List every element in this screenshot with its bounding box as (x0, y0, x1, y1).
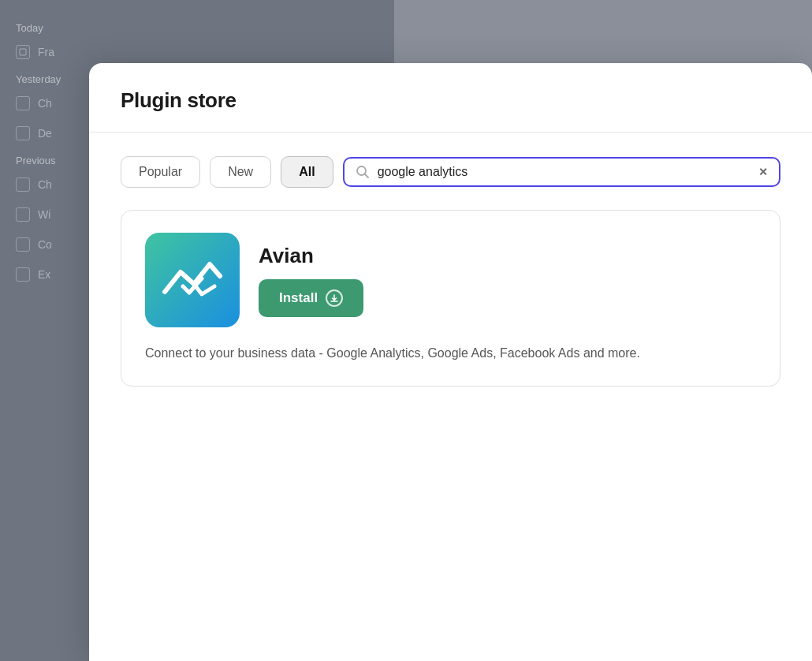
modal-body: Popular New All ✕ (89, 133, 812, 661)
install-button[interactable]: Install (259, 279, 363, 317)
chat-icon (16, 237, 30, 252)
chat-icon (16, 267, 30, 282)
search-input[interactable] (378, 165, 751, 179)
download-icon (326, 289, 343, 307)
filter-row: Popular New All ✕ (121, 156, 780, 188)
search-box: ✕ (343, 157, 780, 187)
search-icon (356, 165, 370, 179)
plugin-description: Connect to your business data - Google A… (145, 343, 756, 364)
chat-icon (16, 207, 30, 222)
chat-icon (16, 96, 30, 110)
filter-popular[interactable]: Popular (121, 156, 200, 188)
svg-rect-0 (20, 49, 26, 55)
search-clear-button[interactable]: ✕ (758, 166, 768, 178)
plugin-icon-avian (145, 233, 240, 327)
modal-header: Plugin store (89, 63, 812, 133)
svg-line-2 (364, 174, 368, 178)
plugin-name: Avian (259, 244, 363, 268)
install-label: Install (279, 290, 318, 306)
chat-icon (16, 126, 30, 140)
filter-new[interactable]: New (210, 156, 271, 188)
chat-icon (16, 177, 30, 192)
plugin-top: Avian Install (145, 233, 756, 327)
plugin-card-avian: Avian Install Connect to your business d… (121, 210, 780, 387)
chat-icon (16, 45, 30, 59)
modal-title: Plugin store (121, 88, 780, 113)
section-today: Today (0, 16, 394, 37)
plugin-info: Avian Install (259, 244, 363, 317)
plugin-store-modal: Plugin store Popular New All ✕ (89, 63, 812, 661)
filter-all[interactable]: All (281, 156, 333, 188)
